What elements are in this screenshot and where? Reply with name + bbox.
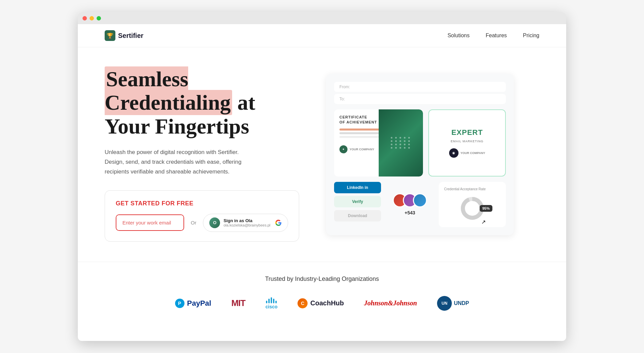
cisco-text: cisco (265, 304, 277, 309)
logo[interactable]: 🏆 Sertifier (105, 30, 144, 41)
trusted-title: Trusted by Industry-Leading Organization… (105, 275, 539, 283)
google-info: Sign in as Ola ola.kozielska@brainybees.… (223, 218, 270, 227)
navbar: 🏆 Sertifier Solutions Features Pricing (78, 24, 566, 47)
expert-logo-icon: ◉ (449, 148, 459, 158)
cisco-bar-4 (273, 299, 274, 303)
nav-features[interactable]: Features (486, 33, 507, 38)
verify-button[interactable]: Verify (334, 196, 381, 207)
cert-line-3 (339, 136, 379, 138)
rate-badge: 95% (480, 205, 492, 212)
hero-subtitle: Unleash the power of digital recognition… (105, 148, 252, 177)
coachhub-icon: C (298, 298, 308, 308)
cert-bg-graphic (379, 109, 423, 176)
avatars-section: +543 (386, 182, 433, 227)
nav-pricing[interactable]: Pricing (523, 33, 539, 38)
google-signin-button[interactable]: O Sign in as Ola ola.kozielska@brainybee… (203, 214, 288, 232)
hero-section: Seamless Credentialing at Your Fingertip… (78, 47, 566, 262)
email-input[interactable] (116, 215, 184, 230)
cisco-bars (266, 297, 277, 303)
mit-logo: MIT (231, 298, 246, 308)
nav-links: Solutions Features Pricing (447, 33, 539, 39)
titlebar (78, 12, 566, 24)
cisco-logo: cisco (265, 297, 277, 309)
paypal-icon: P (175, 299, 184, 308)
jj-logo: Johnson&Johnson (364, 299, 417, 307)
cert-company-text: YOUR COMPANY (350, 148, 374, 151)
cta-box: GET STARTED FOR FREE Or O (105, 190, 299, 242)
coachhub-text: CoachHub (310, 299, 344, 307)
undp-circle-text: UN (441, 301, 447, 305)
paypal-text: PayPal (187, 299, 211, 308)
svg-point-2 (463, 199, 482, 218)
expert-subtitle: EMAIL MARKETING (451, 140, 484, 143)
cert-logo-icon: ✦ (339, 145, 347, 153)
undp-circle: UN (437, 296, 452, 311)
undp-logo: UN UNDP (437, 296, 469, 311)
google-name: Sign in as Ola (223, 218, 252, 223)
avatar-count: +543 (405, 210, 415, 215)
google-email: ola.kozielska@brainybees.pl (223, 223, 270, 227)
undp-label: UNDP (454, 300, 469, 306)
logo-text: Sertifier (118, 32, 144, 40)
acceptance-rate-section: Credential Acceptance Rate 95% ↗ (439, 182, 506, 227)
linkedin-button[interactable]: LinkedIn in (334, 182, 381, 193)
logos-row: P PayPal MIT cisco C Coa (105, 296, 539, 311)
cert-dots-grid (391, 137, 411, 149)
hero-title-highlight: Seamless Credentialing (105, 66, 232, 115)
coachhub-logo: C CoachHub (298, 298, 344, 308)
cta-row: Or O Sign in as Ola ola.kozielska@brainy… (116, 214, 288, 232)
dashboard-bottom: LinkedIn in Verify Download +543 (334, 182, 506, 227)
dashboard-card: From: To: CERTIFICATEOF ACHIEVEMENT (326, 74, 514, 235)
paypal-logo: P PayPal (175, 299, 211, 308)
google-avatar: O (209, 217, 220, 228)
maximize-dot[interactable] (97, 16, 101, 20)
cisco-bar-1 (266, 301, 267, 303)
expert-company-text: YOUR COMPANY (461, 151, 485, 155)
hero-right: From: To: CERTIFICATEOF ACHIEVEMENT (326, 74, 514, 235)
trusted-section: Trusted by Industry-Leading Organization… (78, 262, 566, 331)
cisco-bar-3 (271, 297, 272, 303)
google-icon (275, 219, 282, 226)
download-button[interactable]: Download (334, 210, 381, 221)
hero-title: Seamless Credentialing at Your Fingertip… (105, 67, 306, 138)
nav-solutions[interactable]: Solutions (447, 33, 470, 38)
close-dot[interactable] (83, 16, 87, 20)
logo-icon: 🏆 (105, 30, 115, 41)
cisco-bar-5 (275, 301, 277, 303)
or-text: Or (191, 220, 197, 225)
email-from-bar: From: (334, 82, 506, 92)
email-form (116, 214, 184, 231)
browser-window: 🏆 Sertifier Solutions Features Pricing S… (78, 12, 566, 341)
cursor-indicator: ↗ (481, 219, 486, 225)
minimize-dot[interactable] (90, 16, 94, 20)
expert-logo: ◉ YOUR COMPANY (449, 148, 485, 158)
jj-text: Johnson&Johnson (364, 299, 417, 307)
expert-title: EXPERT (451, 128, 483, 137)
email-to-bar: To: (334, 94, 506, 104)
cta-label: GET STARTED FOR FREE (116, 200, 288, 207)
avatar-group (393, 193, 427, 207)
cisco-bar-2 (268, 299, 270, 303)
avatar-3 (413, 193, 427, 207)
donut-chart: 95% ↗ (459, 195, 486, 222)
dashboard-content: CERTIFICATEOF ACHIEVEMENT ✦ YOUR COMPANY (334, 109, 506, 176)
expert-badge-card: EXPERT EMAIL MARKETING ◉ YOUR COMPANY (428, 109, 506, 176)
certificate-card: CERTIFICATEOF ACHIEVEMENT ✦ YOUR COMPANY (334, 109, 423, 176)
action-buttons: LinkedIn in Verify Download (334, 182, 381, 227)
acceptance-title: Credential Acceptance Rate (444, 187, 500, 191)
mit-text: MIT (231, 298, 246, 308)
hero-left: Seamless Credentialing at Your Fingertip… (105, 67, 306, 242)
